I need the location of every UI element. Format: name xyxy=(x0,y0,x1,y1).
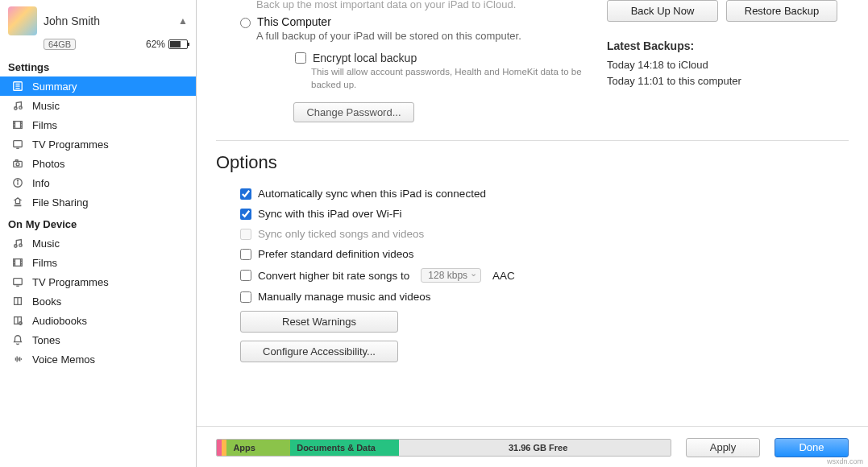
sidebar-item-label: Films xyxy=(32,257,57,269)
tv-icon xyxy=(11,275,24,288)
sidebar-item-label: Info xyxy=(32,177,50,189)
option-row-autosync: Automatically sync when this iPad is con… xyxy=(240,188,849,200)
section-divider xyxy=(216,140,849,141)
battery-indicator: 62% xyxy=(146,39,188,50)
sidebar-item-info[interactable]: Info xyxy=(0,173,196,192)
sidebar-item-d-books[interactable]: Books xyxy=(0,291,196,311)
options-section-title: Options xyxy=(216,152,849,173)
sidebar-item-d-films[interactable]: Films xyxy=(0,253,196,272)
device-header: John Smith ▲ 64GB 62% xyxy=(0,0,196,55)
sidebar-item-label: TV Programmes xyxy=(32,276,109,288)
backup-this-computer-label: This Computer xyxy=(257,15,331,28)
sidebar-item-films[interactable]: Films xyxy=(0,115,196,134)
sidebar-item-music[interactable]: Music xyxy=(0,96,196,115)
option-checkbox-autosync[interactable] xyxy=(240,188,251,200)
apply-button[interactable]: Apply xyxy=(686,438,760,457)
restore-backup-button[interactable]: Restore Backup xyxy=(726,0,837,22)
change-password-button[interactable]: Change Password... xyxy=(293,102,414,122)
sidebar-item-label: Tones xyxy=(32,334,60,346)
svg-point-20 xyxy=(17,180,18,181)
sidebar-item-label: Films xyxy=(32,119,57,131)
sidebar-item-d-audiobooks[interactable]: Audiobooks xyxy=(0,311,196,330)
eject-icon[interactable]: ▲ xyxy=(178,15,188,27)
tv-icon xyxy=(11,138,24,151)
svg-point-4 xyxy=(15,107,18,110)
settings-section-header: Settings xyxy=(0,55,196,76)
device-nav-list: MusicFilmsTV ProgrammesBooksAudiobooksTo… xyxy=(0,234,196,369)
option-label: Prefer standard definition videos xyxy=(258,248,414,260)
storage-seg-docs: Documents & Data xyxy=(290,440,399,456)
done-button[interactable]: Done xyxy=(775,438,849,457)
device-thumbnail xyxy=(8,6,37,35)
sidebar-item-d-music[interactable]: Music xyxy=(0,234,196,253)
audiobook-icon xyxy=(11,314,24,327)
configure-accessibility-button[interactable]: Configure Accessibility... xyxy=(240,341,398,362)
capacity-badge: 64GB xyxy=(44,39,76,50)
bell-icon xyxy=(11,333,24,346)
option-label: Convert higher bit rate songs to xyxy=(258,270,409,282)
svg-point-21 xyxy=(15,245,18,248)
option-checkbox-bitrate_prefix[interactable] xyxy=(240,270,251,281)
sidebar-item-label: Music xyxy=(32,238,60,250)
bitrate-select[interactable]: 128 kbps xyxy=(421,268,481,283)
sidebar-item-label: TV Programmes xyxy=(32,138,109,151)
voicememo-icon xyxy=(11,353,24,366)
device-name: John Smith xyxy=(44,14,172,27)
sidebar-item-label: Music xyxy=(32,100,60,112)
sidebar-item-d-voice[interactable]: Voice Memos xyxy=(0,349,196,369)
sidebar-item-label: Books xyxy=(32,295,61,308)
watermark: wsxdn.com xyxy=(827,457,863,465)
encrypt-local-backup-label: Encrypt local backup xyxy=(313,52,417,64)
svg-rect-17 xyxy=(15,160,18,162)
on-my-device-section-header: On My Device xyxy=(0,212,196,234)
sidebar-item-fileshare[interactable]: File Sharing xyxy=(0,192,196,212)
svg-point-5 xyxy=(19,106,23,110)
sidebar-item-label: Audiobooks xyxy=(32,315,87,327)
sidebar-item-d-tv[interactable]: TV Programmes xyxy=(0,272,196,291)
sidebar-item-label: File Sharing xyxy=(32,196,88,209)
option-row-wifi: Sync with this iPad over Wi-Fi xyxy=(240,208,849,220)
main-pane: Back up the most important data on your … xyxy=(197,0,868,467)
reset-warnings-button[interactable]: Reset Warnings xyxy=(240,311,398,333)
option-checkbox-sdvideo[interactable] xyxy=(240,249,251,260)
film-icon xyxy=(11,118,24,131)
battery-percent: 62% xyxy=(146,39,165,50)
sidebar-item-photos[interactable]: Photos xyxy=(0,154,196,173)
svg-point-16 xyxy=(16,163,19,166)
latest-backup-line: Today 14:18 to iCloud xyxy=(607,57,849,73)
backup-icloud-desc-truncated: Back up the most important data on your … xyxy=(216,0,588,15)
storage-bar: Apps Documents & Data 31.96 GB Free xyxy=(216,439,671,457)
backup-this-computer-desc: A full backup of your iPad will be store… xyxy=(256,30,588,42)
option-label: Sync only ticked songs and videos xyxy=(258,228,424,240)
sidebar-item-label: Voice Memos xyxy=(32,353,95,366)
latest-backups-header: Latest Backups: xyxy=(607,39,849,52)
film-icon xyxy=(11,256,24,269)
backup-this-computer-radio[interactable] xyxy=(240,18,251,28)
sidebar-item-d-tones[interactable]: Tones xyxy=(0,330,196,349)
book-icon xyxy=(11,295,24,308)
sidebar-item-tv[interactable]: TV Programmes xyxy=(0,134,196,154)
bitrate-suffix: AAC xyxy=(492,270,515,282)
storage-seg-apps: Apps xyxy=(226,440,290,456)
option-checkbox-tickedonly xyxy=(240,229,251,240)
camera-icon xyxy=(11,157,24,170)
summary-icon xyxy=(11,80,24,93)
battery-icon xyxy=(168,39,188,49)
encrypt-local-backup-desc: This will allow account passwords, Healt… xyxy=(311,66,585,91)
option-checkbox-wifi[interactable] xyxy=(240,209,251,220)
option-row-bitrate_prefix: Convert higher bit rate songs to128 kbps… xyxy=(240,268,849,283)
fileshare-icon xyxy=(11,196,24,209)
sidebar: John Smith ▲ 64GB 62% Settings SummaryMu… xyxy=(0,0,197,467)
music-icon xyxy=(11,237,24,250)
option-row-sdvideo: Prefer standard definition videos xyxy=(240,248,849,260)
option-checkbox-manual[interactable] xyxy=(240,291,251,303)
encrypt-local-backup-checkbox[interactable] xyxy=(295,52,306,64)
svg-point-32 xyxy=(19,322,23,325)
sidebar-item-summary[interactable]: Summary xyxy=(0,76,196,96)
svg-rect-13 xyxy=(14,141,23,147)
sidebar-item-label: Photos xyxy=(32,158,64,170)
option-label: Manually manage music and videos xyxy=(258,291,431,303)
settings-nav-list: SummaryMusicFilmsTV ProgrammesPhotosInfo… xyxy=(0,76,196,212)
footer-bar: Apps Documents & Data 31.96 GB Free Appl… xyxy=(197,426,868,467)
back-up-now-button[interactable]: Back Up Now xyxy=(607,0,718,22)
